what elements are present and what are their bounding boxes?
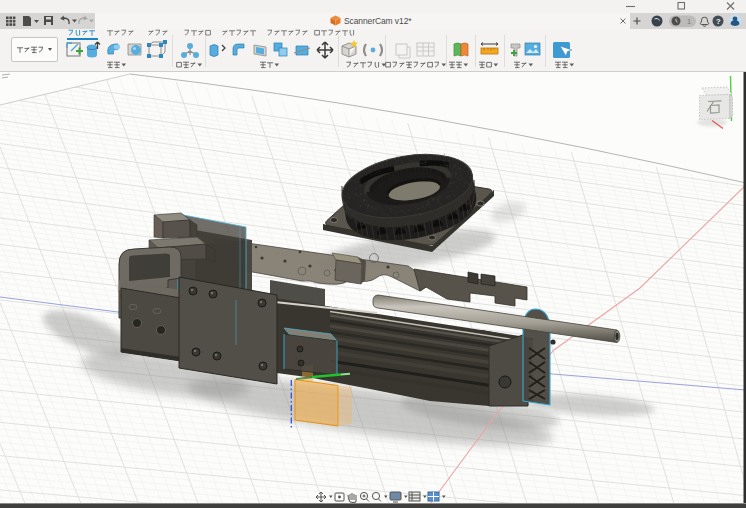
svg-text:?: ? — [716, 16, 721, 25]
svg-text:1: 1 — [687, 17, 691, 26]
